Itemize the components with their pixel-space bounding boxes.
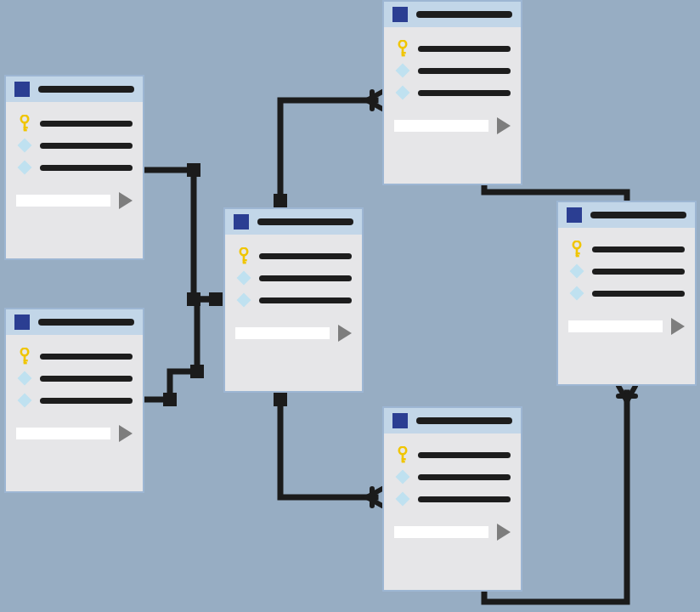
node-body [225, 235, 362, 320]
entity-node [223, 207, 364, 393]
attribute-text-placeholder [592, 246, 685, 252]
attribute-diamond-icon [18, 161, 32, 175]
attribute-text-placeholder [259, 298, 352, 303]
node-footer [384, 112, 521, 143]
svg-rect-1 [187, 292, 200, 306]
entity-node [382, 406, 522, 592]
svg-point-7 [21, 116, 28, 122]
footer-bar [16, 195, 110, 207]
attribute-diamond-icon [396, 492, 410, 507]
title-text-placeholder [38, 319, 134, 326]
attribute-row [235, 267, 352, 289]
entity-node [4, 308, 144, 493]
svg-rect-16 [243, 254, 246, 263]
node-footer [6, 420, 143, 450]
play-icon [119, 192, 133, 209]
attribute-text-placeholder [418, 90, 511, 96]
node-body [384, 27, 521, 112]
attribute-row [394, 60, 511, 82]
footer-bar [235, 327, 330, 339]
title-square-icon [567, 207, 582, 223]
svg-rect-0 [187, 163, 200, 177]
attribute-row [394, 444, 511, 466]
primary-key-icon [397, 446, 409, 463]
attribute-text-placeholder [592, 291, 685, 297]
svg-rect-6 [274, 393, 287, 406]
node-footer [384, 518, 521, 549]
title-square-icon [234, 214, 249, 230]
attribute-row [16, 367, 133, 389]
play-icon [497, 117, 511, 134]
attribute-diamond-icon [570, 286, 584, 301]
attribute-row [394, 37, 511, 60]
svg-point-23 [399, 447, 406, 454]
title-text-placeholder [590, 212, 686, 218]
node-footer [6, 187, 143, 218]
attribute-diamond-icon [18, 139, 32, 153]
svg-point-27 [573, 241, 580, 248]
attribute-text-placeholder [418, 46, 511, 52]
node-titlebar [6, 76, 143, 102]
attribute-row [394, 466, 511, 488]
svg-rect-21 [402, 52, 406, 54]
attribute-text-placeholder [40, 376, 133, 382]
primary-key-icon [571, 241, 583, 258]
entity-node [382, 0, 522, 185]
attribute-row [235, 245, 352, 267]
svg-rect-9 [24, 127, 28, 128]
attribute-row [16, 134, 133, 156]
svg-rect-26 [402, 461, 405, 462]
svg-rect-17 [243, 259, 247, 261]
svg-rect-20 [402, 47, 404, 55]
node-titlebar [225, 209, 362, 235]
footer-bar [394, 120, 488, 132]
attribute-row [16, 112, 133, 134]
attribute-row [16, 389, 133, 411]
svg-point-15 [240, 248, 247, 255]
attribute-row [394, 488, 511, 510]
attribute-text-placeholder [40, 143, 133, 149]
svg-rect-29 [576, 252, 580, 254]
primary-key-icon [397, 40, 409, 57]
node-footer [558, 313, 695, 343]
svg-rect-25 [402, 458, 406, 460]
title-square-icon [392, 7, 408, 22]
play-icon [119, 425, 133, 442]
node-titlebar [384, 2, 521, 27]
attribute-diamond-icon [237, 293, 251, 308]
svg-rect-30 [576, 255, 579, 257]
footer-bar [16, 428, 110, 439]
svg-point-19 [399, 41, 406, 48]
title-text-placeholder [257, 218, 353, 225]
node-titlebar [558, 202, 695, 228]
svg-rect-24 [402, 453, 404, 462]
primary-key-icon [238, 247, 250, 264]
attribute-text-placeholder [40, 121, 133, 127]
er-diagram-stage [0, 0, 700, 612]
svg-rect-13 [24, 360, 28, 361]
svg-rect-8 [24, 122, 26, 130]
node-body [384, 434, 521, 518]
node-titlebar [384, 408, 521, 434]
attribute-diamond-icon [18, 371, 32, 386]
attribute-text-placeholder [259, 253, 352, 259]
attribute-text-placeholder [418, 452, 511, 458]
svg-rect-2 [163, 393, 177, 406]
node-body [558, 228, 695, 313]
node-titlebar [6, 309, 143, 335]
attribute-row [235, 289, 352, 311]
attribute-row [394, 82, 511, 104]
attribute-text-placeholder [40, 354, 133, 360]
attribute-row [16, 156, 133, 178]
attribute-text-placeholder [40, 165, 133, 171]
attribute-text-placeholder [418, 474, 511, 480]
svg-rect-3 [190, 365, 204, 378]
attribute-diamond-icon [396, 86, 410, 100]
title-text-placeholder [38, 86, 134, 93]
svg-rect-12 [24, 354, 26, 363]
footer-bar [568, 320, 663, 332]
attribute-row [568, 282, 685, 304]
attribute-text-placeholder [40, 398, 133, 404]
primary-key-icon [19, 115, 31, 132]
title-text-placeholder [416, 11, 512, 18]
